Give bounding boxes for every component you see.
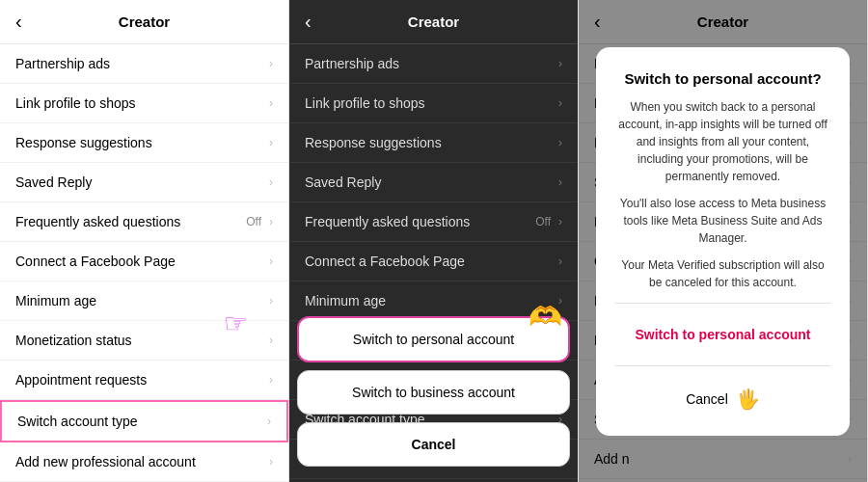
chevron-icon: › (269, 334, 273, 347)
panel-2-header: ‹ Creator (289, 0, 578, 44)
menu-item-response-suggestions[interactable]: Response suggestions › (0, 123, 288, 163)
chevron-icon: › (269, 455, 273, 469)
panel-3: ‹ Creator Partnership ads › Link profile… (579, 0, 868, 482)
menu-item-switch-account[interactable]: Switch account type › (0, 400, 288, 442)
dialog-body-1: When you switch back to a personal accou… (615, 98, 830, 185)
panel-1-header: ‹ Creator (0, 0, 288, 44)
menu-item-faq[interactable]: Frequently asked questions Off › (0, 202, 288, 242)
panel-2-title: Creator (408, 13, 459, 30)
menu-item-p2-connect-fb[interactable]: Connect a Facebook Page › (289, 242, 578, 281)
dialog-cancel-btn[interactable]: Cancel 🖐 (615, 378, 830, 420)
chevron-icon: › (269, 254, 273, 268)
chevron-icon: › (269, 294, 273, 308)
menu-item-p2-response[interactable]: Response suggestions › (289, 123, 578, 163)
dialog-switch-personal-btn[interactable]: Switch to personal account (615, 315, 830, 354)
chevron-icon: › (558, 57, 562, 70)
chevron-icon: › (269, 373, 273, 387)
dialog-box: Switch to personal account? When you swi… (596, 47, 850, 436)
chevron-icon: › (269, 175, 273, 189)
menu-item-saved-reply[interactable]: Saved Reply › (0, 163, 288, 202)
menu-item-link-profile[interactable]: Link profile to shops › (0, 84, 288, 123)
chevron-icon: › (558, 215, 562, 228)
chevron-icon: › (558, 294, 562, 308)
panel-1-title: Creator (119, 13, 170, 30)
chevron-icon: › (269, 96, 273, 110)
back-icon-2[interactable]: ‹ (305, 11, 312, 33)
menu-item-p2-saved-reply[interactable]: Saved Reply › (289, 163, 578, 202)
dialog-overlay: Switch to personal account? When you swi… (579, 0, 867, 482)
dialog-divider (615, 303, 830, 304)
action-cancel-btn[interactable]: Cancel (297, 422, 570, 467)
dialog-body-3: Your Meta Verified subscription will als… (615, 256, 830, 291)
chevron-icon: › (558, 96, 562, 110)
chevron-icon: › (269, 136, 273, 149)
panel-1-menu-list: Partnership ads › Link profile to shops … (0, 44, 288, 482)
chevron-icon: › (558, 254, 562, 268)
menu-item-partnership-ads[interactable]: Partnership ads › (0, 44, 288, 84)
panel-1: ‹ Creator Partnership ads › Link profile… (0, 0, 289, 482)
action-sheet: Switch to personal account Switch to bus… (289, 316, 578, 482)
menu-item-add-professional[interactable]: Add new professional account › (0, 442, 288, 482)
menu-item-p2-partnership[interactable]: Partnership ads › (289, 44, 578, 84)
menu-item-connect-fb[interactable]: Connect a Facebook Page › (0, 242, 288, 281)
switch-personal-btn[interactable]: Switch to personal account (297, 316, 570, 362)
dialog-title: Switch to personal account? (615, 70, 830, 87)
dialog-body-2: You'll also lose access to Meta business… (615, 195, 830, 247)
chevron-icon: › (269, 215, 273, 228)
menu-item-appointment[interactable]: Appointment requests › (0, 361, 288, 400)
menu-item-p2-faq[interactable]: Frequently asked questions Off › (289, 202, 578, 242)
chevron-icon: › (558, 175, 562, 189)
menu-item-p2-min-age[interactable]: Minimum age › (289, 281, 578, 321)
switch-business-btn[interactable]: Switch to business account (297, 370, 570, 415)
chevron-icon: › (267, 415, 271, 428)
chevron-icon: › (269, 57, 273, 70)
pink-cursor-icon: 🖐 (736, 388, 760, 411)
panel-2: ‹ Creator Partnership ads › Link profile… (289, 0, 579, 482)
menu-item-monetization[interactable]: Monetization status › (0, 321, 288, 361)
menu-item-p2-link-profile[interactable]: Link profile to shops › (289, 84, 578, 123)
dialog-cancel-label: Cancel (686, 391, 728, 407)
menu-item-minimum-age[interactable]: Minimum age › (0, 281, 288, 321)
menu-item-faq-right: Off › (246, 215, 273, 228)
dialog-divider-2 (615, 365, 830, 366)
back-icon-1[interactable]: ‹ (15, 11, 22, 33)
chevron-icon: › (558, 136, 562, 149)
menu-item-p2-faq-right: Off › (535, 215, 562, 228)
